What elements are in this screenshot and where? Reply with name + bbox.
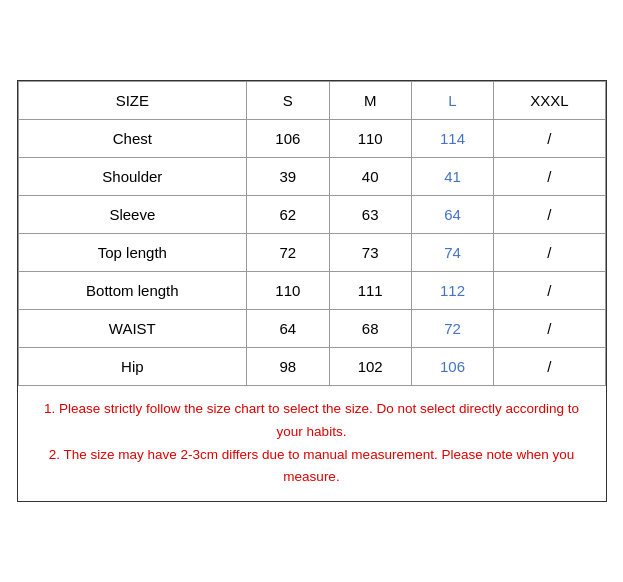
cell-row4-col1: 110 [247,271,329,309]
cell-row3-col0: Top length [18,233,247,271]
cell-row0-col1: 106 [247,119,329,157]
cell-row5-col2: 68 [329,309,411,347]
cell-row5-col1: 64 [247,309,329,347]
cell-row6-col2: 102 [329,347,411,385]
cell-row3-col1: 72 [247,233,329,271]
size-chart-container: SIZE S M L XXXL Chest106110114/Shoulder3… [17,80,607,503]
table-row: Sleeve626364/ [18,195,605,233]
cell-row1-col4: / [494,157,605,195]
size-notes: 1. Please strictly follow the size chart… [18,386,606,502]
cell-row3-col2: 73 [329,233,411,271]
cell-row2-col2: 63 [329,195,411,233]
cell-row0-col2: 110 [329,119,411,157]
cell-row1-col0: Shoulder [18,157,247,195]
table-header-row: SIZE S M L XXXL [18,81,605,119]
table-row: Chest106110114/ [18,119,605,157]
cell-row6-col0: Hip [18,347,247,385]
table-row: Hip98102106/ [18,347,605,385]
col-header-m: M [329,81,411,119]
cell-row0-col0: Chest [18,119,247,157]
cell-row4-col3: 112 [411,271,493,309]
cell-row4-col2: 111 [329,271,411,309]
cell-row4-col4: / [494,271,605,309]
cell-row2-col0: Sleeve [18,195,247,233]
cell-row2-col4: / [494,195,605,233]
size-table: SIZE S M L XXXL Chest106110114/Shoulder3… [18,81,606,386]
table-row: Top length727374/ [18,233,605,271]
cell-row6-col1: 98 [247,347,329,385]
table-row: WAIST646872/ [18,309,605,347]
col-header-l: L [411,81,493,119]
cell-row4-col0: Bottom length [18,271,247,309]
col-header-size: SIZE [18,81,247,119]
table-row: Bottom length110111112/ [18,271,605,309]
cell-row5-col0: WAIST [18,309,247,347]
table-row: Shoulder394041/ [18,157,605,195]
note-line-2: 2. The size may have 2-3cm differs due t… [34,444,590,490]
cell-row1-col2: 40 [329,157,411,195]
cell-row2-col1: 62 [247,195,329,233]
cell-row6-col3: 106 [411,347,493,385]
col-header-s: S [247,81,329,119]
cell-row2-col3: 64 [411,195,493,233]
col-header-xxxl: XXXL [494,81,605,119]
cell-row1-col1: 39 [247,157,329,195]
cell-row5-col4: / [494,309,605,347]
cell-row6-col4: / [494,347,605,385]
cell-row0-col3: 114 [411,119,493,157]
cell-row3-col3: 74 [411,233,493,271]
cell-row3-col4: / [494,233,605,271]
cell-row5-col3: 72 [411,309,493,347]
note-line-1: 1. Please strictly follow the size chart… [34,398,590,444]
cell-row0-col4: / [494,119,605,157]
cell-row1-col3: 41 [411,157,493,195]
